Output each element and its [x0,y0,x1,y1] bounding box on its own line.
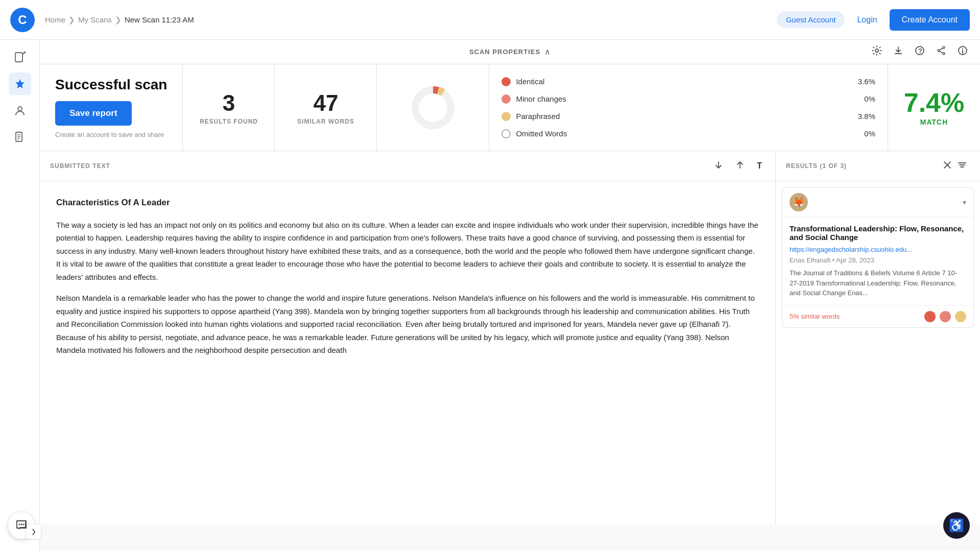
legend-row-identical: Identical 3.6% [501,73,875,90]
legend-label-omitted: Omitted Words [516,129,850,138]
breadcrumb-sep-1: ❯ [68,15,75,25]
sim-dot-3 [955,311,966,322]
result-url[interactable]: https://engagedscholarship.csuohio.edu..… [790,246,966,253]
scan-title: Successful scan [55,77,167,93]
svg-text:?: ? [918,47,922,55]
breadcrumb: Home ❯ My Scans ❯ New Scan 11:23 AM [45,15,194,25]
main-layout: ❯ SCAN PROPERTIES ∧ ? [0,40,980,551]
svg-line-15 [940,48,943,50]
legend-row-minor: Minor changes 0% [501,90,875,108]
result-expand-icon[interactable]: ▾ [963,198,966,206]
bottom-panels: SUBMITTED TEXT T Characteristics Of A Le… [40,151,980,524]
scan-props-actions: ? [870,43,970,60]
sim-dot-1 [924,311,936,322]
legend-label-identical: Identical [516,77,850,86]
save-subtitle: Create an account to save and share [55,131,164,138]
submitted-text-content: Characteristics Of A Leader The way a so… [40,181,775,524]
svg-point-4 [18,107,22,111]
logo-letter: C [18,13,27,27]
content-area: SCAN PROPERTIES ∧ ? [40,40,980,551]
info-icon[interactable] [955,43,970,60]
save-report-button[interactable]: Save report [55,101,132,126]
match-cell: 7.4% MATCH [888,64,980,151]
result-avatar: 🦊 [790,193,808,211]
result-footer: 5% similar words [782,305,973,327]
font-size-button[interactable]: T [754,159,765,173]
result-excerpt: The Journal of Traditions & Beliefs Volu… [790,268,966,298]
accessibility-widget[interactable]: ♿ [943,512,970,539]
similar-words-label: SIMILAR WORDS [297,118,354,125]
scroll-down-button[interactable] [711,158,726,174]
results-header: RESULTS (1 OF 3) [776,151,980,181]
create-account-button[interactable]: Create Account [890,9,970,31]
legend-pct-minor: 0% [855,94,875,103]
results-close-button[interactable] [940,159,954,173]
submitted-text-title: SUBMITTED TEXT [50,162,705,170]
settings-icon[interactable] [870,43,884,60]
sim-dot-2 [940,311,951,322]
legend-dot-identical [501,77,511,86]
legend-pct-omitted: 0% [855,129,875,138]
svg-point-13 [943,53,945,55]
breadcrumb-sep-2: ❯ [115,15,122,25]
result-card-1: 🦊 ▾ Transformational Leadership: Flow, R… [782,187,974,328]
legend-dot-paraphrased [501,112,511,121]
result-card-header: 🦊 ▾ [782,188,973,217]
result-body: Transformational Leadership: Flow, Reson… [782,217,973,305]
svg-point-19 [962,48,963,49]
sidebar-toggle[interactable]: ❯ [27,524,41,539]
breadcrumb-home[interactable]: Home [45,15,65,24]
sidebar-item-profile[interactable] [9,99,31,122]
svg-point-27 [19,524,20,525]
svg-point-21 [419,93,447,122]
pie-chart [405,80,461,136]
success-cell: Successful scan Save report Create an ac… [40,64,183,151]
legend-dot-minor [501,94,511,104]
logo[interactable]: C [10,8,35,32]
login-button[interactable]: Login [851,11,883,29]
svg-point-9 [875,49,878,52]
result-meta: Enas Elhanafi • Apr 28, 2023 [790,256,966,264]
results-filter-button[interactable] [954,158,970,174]
header-actions: Guest Account Login Create Account [777,9,970,31]
svg-point-14 [938,50,940,52]
text-heading: Characteristics Of A Leader [56,196,759,210]
sidebar-item-starred[interactable] [9,73,31,95]
scan-properties-chevron: ∧ [544,47,551,57]
guest-account-button[interactable]: Guest Account [777,11,845,28]
sidebar-item-reports[interactable] [9,126,31,148]
help-icon[interactable]: ? [913,43,927,60]
share-icon[interactable] [934,43,948,60]
breadcrumb-current: New Scan 11:23 AM [125,15,194,24]
header: C Home ❯ My Scans ❯ New Scan 11:23 AM Gu… [0,0,980,40]
sidebar-item-new-scan[interactable] [9,46,31,68]
results-panel: RESULTS (1 OF 3) 🦊 ▾ Transformational Le… [776,151,980,524]
legend-label-minor: Minor changes [516,94,850,103]
match-percent: 7.4% [904,89,965,116]
results-found-cell: 3 RESULTS FOUND [183,64,275,151]
svg-point-12 [943,46,945,49]
breadcrumb-my-scans[interactable]: My Scans [78,15,112,24]
legend-cell: Identical 3.6% Minor changes 0% Paraphra… [489,64,888,151]
results-found-label: RESULTS FOUND [200,118,258,125]
similar-words-number: 47 [313,90,338,116]
download-icon[interactable] [891,43,905,60]
result-author: Enas Elhanafi [790,256,830,264]
svg-point-29 [23,524,25,525]
scroll-up-button[interactable] [732,158,748,174]
submitted-text-panel: SUBMITTED TEXT T Characteristics Of A Le… [40,151,776,524]
match-label: MATCH [920,118,948,126]
submitted-text-header: SUBMITTED TEXT T [40,151,775,181]
result-title: Transformational Leadership: Flow, Reson… [790,224,966,242]
results-found-number: 3 [223,90,235,116]
similar-words-cell: 47 SIMILAR WORDS [275,64,377,151]
legend-pct-identical: 3.6% [855,77,875,86]
legend-row-omitted: Omitted Words 0% [501,125,875,142]
result-date: Apr 28, 2023 [836,256,874,264]
text-paragraph-1: The way a society is led has an impact n… [56,219,759,284]
svg-rect-0 [15,53,22,62]
result-similarity: 5% similar words [790,313,840,320]
pie-chart-svg [405,80,461,136]
scan-properties-bar: SCAN PROPERTIES ∧ ? [40,40,980,64]
legend-label-paraphrased: Paraphrased [516,112,850,121]
